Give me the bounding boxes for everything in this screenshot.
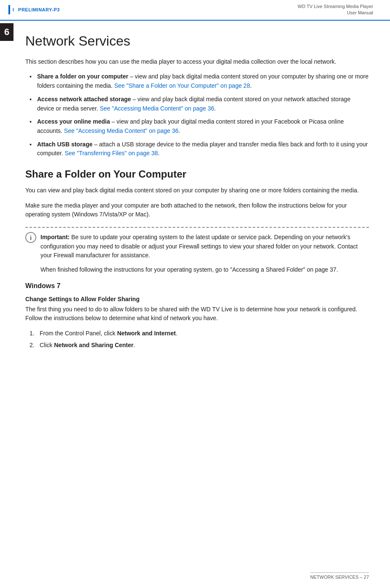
page-footer: NETWORK SERVICES – 27	[310, 572, 369, 580]
link-usb[interactable]: See "Transferring Files" on page 38	[65, 150, 158, 156]
link-online-media[interactable]: See "Accessing Media Content" on page 36	[64, 127, 178, 134]
intro-paragraph: This section describes how you can use t…	[25, 57, 369, 67]
header-left: I PRELIMINARY-P3	[8, 5, 60, 14]
windows7-heading: Windows 7	[25, 282, 369, 290]
section1-para1: You can view and play back digital media…	[25, 186, 369, 195]
feature-list: Share a folder on your computer – view a…	[30, 72, 369, 158]
product-line1: WD TV Live Streaming Media Player	[298, 3, 373, 10]
note-text-2: When finished following the instructions…	[40, 265, 369, 275]
main-content: Network Services This section describes …	[0, 21, 390, 370]
list-item: Access network attached storage – view a…	[30, 95, 369, 113]
change-settings-heading: Change Settings to Allow Folder Sharing	[25, 296, 369, 302]
page-header: I PRELIMINARY-P3 WD TV Live Streaming Me…	[0, 0, 390, 21]
note-important-label: Important:	[40, 234, 70, 240]
chapter-badge: 6	[0, 23, 13, 41]
bullet-bold-2: Access network attached storage	[37, 96, 131, 102]
bullet-bold-1: Share a folder on your computer	[37, 73, 128, 80]
step-2: Click Network and Sharing Center.	[30, 341, 369, 350]
section2-para1: The first thing you need to do to allow …	[25, 305, 369, 323]
steps-list: From the Control Panel, click Network an…	[30, 329, 369, 350]
preliminary-label: PRELIMINARY-P3	[18, 7, 60, 12]
header-bar-label: I	[13, 7, 14, 12]
product-line2: User Manual	[298, 10, 373, 16]
list-item: Share a folder on your computer – view a…	[30, 72, 369, 90]
list-item: Access your online media – view and play…	[30, 117, 369, 135]
bullet-bold-4: Attach USB storage	[37, 141, 92, 148]
bullet-bold-3: Access your online media	[37, 118, 110, 125]
important-note: i Important: Be sure to update your oper…	[25, 227, 369, 275]
header-blue-bar	[8, 5, 10, 14]
section1-title: Share a Folder on Your Computer	[25, 168, 369, 180]
footer-text: NETWORK SERVICES – 27	[310, 575, 369, 580]
step1-bold: Network and Internet	[117, 330, 176, 337]
step-1: From the Control Panel, click Network an…	[30, 329, 369, 338]
header-product-info: WD TV Live Streaming Media Player User M…	[298, 3, 373, 16]
footer-rule	[310, 572, 369, 573]
link-nas[interactable]: See "Accessing Media Content" on page 36	[100, 105, 214, 112]
step2-bold: Network and Sharing Center	[54, 342, 133, 348]
note-icon: i	[25, 232, 36, 243]
section1-para2: Make sure the media player and your comp…	[25, 201, 369, 219]
note-text-1: Important: Be sure to update your operat…	[40, 233, 369, 260]
list-item: Attach USB storage – attach a USB storag…	[30, 140, 369, 158]
link-share-folder[interactable]: See "Share a Folder on Your Computer" on…	[114, 82, 250, 89]
page-title: Network Services	[25, 33, 369, 49]
